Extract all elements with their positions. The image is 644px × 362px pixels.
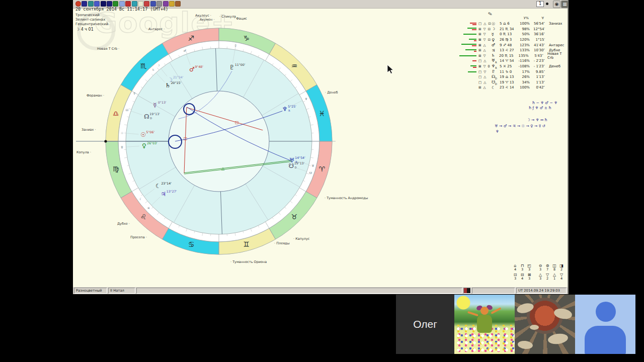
aspect-glyphs: ⊞ △ (478, 48, 492, 52)
star-label: · Туманность Андромеды (325, 196, 368, 200)
planet-position: 5 ♓ 25 (500, 64, 517, 68)
planet-glyph: ♀ (492, 38, 500, 42)
planet-glyph[interactable]: ☿ (153, 102, 156, 109)
svg-text:♍: ♍ (113, 165, 119, 173)
star-label: · Туманность Ориона (230, 260, 267, 264)
planet-glyph[interactable]: ♇ (229, 64, 234, 71)
moon-day-indicator: ☽ 4 ч 01 (76, 27, 94, 32)
planet-glyph: ☽ (492, 27, 500, 31)
planet-speed: 133% (517, 48, 530, 52)
planet-glyph: ♃ (492, 48, 500, 53)
planet-glyph[interactable]: ☽ (168, 76, 173, 83)
aspect-count-cell: ⊚7 (544, 263, 551, 272)
toolbar-icon-2[interactable] (82, 1, 87, 7)
planet-speed: -116% (517, 59, 530, 63)
status-bar: Разноцветный II Натал UT 2014.09.24 19:2… (73, 287, 568, 294)
strength-bars (460, 23, 478, 25)
aspect-count-cell: ◨2 (558, 263, 565, 272)
planet-glyph: ☿ (492, 32, 500, 37)
planet-table-row[interactable]: ⊞ △☾23 ♌ 14100%0′42″ (460, 85, 569, 90)
clock-button[interactable]: ◉ (553, 1, 560, 8)
planet-glyph: ♅R (492, 58, 500, 64)
aspect-count-cell: △3 (537, 273, 544, 281)
planet-table-row[interactable]: □ △☊D19 ♎ 1326%1′13″ (460, 74, 569, 80)
planet-table-row[interactable]: □ △☋D19 ♈ 1334%1′13″ (460, 80, 569, 85)
svg-text:♋: ♋ (188, 240, 195, 248)
participant-name-panel[interactable]: Олег (396, 295, 454, 354)
svg-text:♆: ♆ (305, 97, 307, 101)
planet-glyph[interactable]: ♆ (282, 106, 288, 113)
planet-glyph: ♄ (491, 53, 499, 58)
planet-glyph[interactable]: ☊ (144, 113, 149, 120)
planet-glyph[interactable]: ♀ (142, 142, 146, 149)
planet-orb: 1′13″ (530, 75, 545, 79)
planet-speed: 34% (517, 80, 530, 84)
planet-speed: 123% (517, 43, 530, 47)
zodiac-type: Тропический (75, 13, 100, 17)
grid-button[interactable]: ▦ (561, 1, 569, 8)
svg-text:♂: ♂ (184, 49, 186, 52)
planet-glyph: ♆R (492, 64, 500, 69)
star-label: Заниах · (82, 128, 96, 132)
avatar-head (596, 302, 616, 322)
planet-glyph: ♇ (492, 69, 500, 74)
planet-glyph[interactable]: ☋ (288, 162, 294, 169)
planet-position: 19 ♎ 13 (500, 75, 517, 79)
toolbar-icon-3[interactable] (88, 1, 94, 7)
status-color-scheme[interactable]: Разноцветный (74, 288, 107, 294)
svg-text:☋: ☋ (309, 171, 312, 174)
conjunct-star: Денеб (545, 64, 560, 68)
thumbnail-default-avatar[interactable] (575, 295, 635, 354)
planet-table-row[interactable]: ⊞ ▽ ⊡☽21 ♏ 3498%12°54′ (460, 27, 569, 32)
thumbnail-mosaic-sun-art[interactable] (515, 295, 575, 354)
page-number-field[interactable]: 1 (536, 1, 544, 7)
toolbar-icon-1[interactable] (75, 1, 81, 7)
table-header-second: ∀ (534, 16, 544, 20)
planet-orb: 12°54′ (530, 27, 545, 31)
svg-text:☊: ☊ (126, 108, 128, 112)
astrology-app-window: 1 ◉ ▦ Google+ 20 сентября 2014 Вс 11:14:… (73, 0, 569, 294)
svg-text:26°03': 26°03' (147, 141, 157, 145)
table-header-speed: У% (519, 16, 529, 20)
conjunct-star: Новая T Crb (543, 52, 569, 60)
aspect-glyphs: □ △ ⊡ (478, 22, 492, 26)
planet-speed: 120% (517, 38, 530, 42)
planet-glyph[interactable]: ☉ (140, 131, 146, 138)
svg-text:♀: ♀ (121, 145, 123, 149)
planet-table-row[interactable]: □ △ ⊡☉5 ♎ 6100%56′54″Заниах (460, 21, 569, 27)
planet-table-row[interactable]: ⊞ ▽♄20 ♏ 15135%5′43″Новая T Crb (460, 53, 569, 59)
star-label: Новая T Crb · (97, 47, 119, 51)
thumbnail-flower-meadow-art[interactable] (454, 295, 515, 354)
aspect-count-cell: ▽4 (558, 273, 565, 281)
aspect-count-cell: ◫8 (551, 263, 558, 272)
svg-text:19°13': 19°13' (149, 112, 160, 116)
planet-table-row[interactable]: ⊞ ▽☿0 ♏ 1350%36′16″ (460, 32, 569, 37)
planet-glyph[interactable]: ☾ (155, 183, 161, 190)
strength-bars (460, 39, 478, 41)
strength-bars (460, 34, 478, 35)
svg-text:5°25': 5°25' (288, 105, 296, 108)
strength-bars (460, 44, 478, 46)
planet-orb: 1°15′ (530, 38, 545, 42)
planet-speed: -108% (517, 64, 530, 68)
planet-speed: 135% (516, 54, 528, 58)
screen: 1 ◉ ▦ Google+ 20 сентября 2014 Вс 11:14:… (0, 0, 644, 362)
planet-glyph[interactable]: ♃ (160, 191, 166, 198)
planet-table-row[interactable]: ⊠ ▽ 0♆R5 ♓ 25-108%- 1′23″Денеб (460, 64, 569, 69)
svg-text:D: D (295, 166, 297, 169)
dispositor-formula: ħ ƒ ♆ ♂ ± ħ (529, 106, 551, 110)
svg-text:♇: ♇ (234, 44, 237, 47)
chart-datetime: 20 сентября 2014 Вс 11:14:17 (GMT+4) (75, 7, 168, 12)
planet-position: 13 ♌ 27 (500, 48, 517, 52)
planet-glyph[interactable]: ♂ (189, 66, 195, 73)
planet-table-row[interactable]: ⊠ ▽ ⊡♀26 ♍ 3120%1°15′ (460, 37, 569, 43)
girl-head (480, 307, 489, 315)
svg-text:☿: ☿ (133, 92, 135, 95)
planet-orb: - 1′23″ (530, 64, 545, 68)
aspect-glyphs: ⊞ ▽ (478, 32, 492, 36)
dispositor-formula: ħ − ♆ ♂ − ♆ (532, 101, 557, 105)
planet-table-row[interactable]: ⊠ △♂9 ♐ 48123%41′43″Антарес (460, 42, 569, 48)
status-chart-type[interactable]: II Натал (108, 288, 135, 294)
natal-chart-wheel[interactable]: ♈♉♊♋♌♍♎♏♐♑♒♓□□△☉☉5°06'♀♀26°03'☊☊19°13'D☿… (103, 26, 335, 257)
planet-table-row[interactable]: □ ▽♇11 ♑ 017%9.85″ (460, 69, 569, 74)
